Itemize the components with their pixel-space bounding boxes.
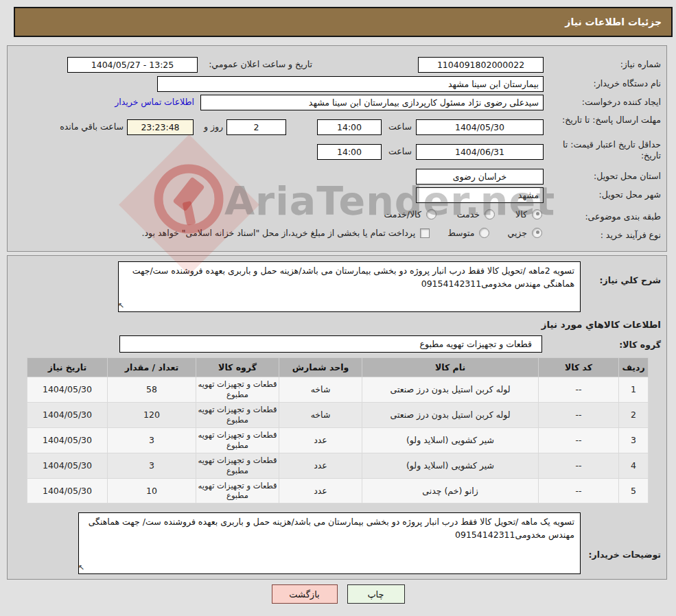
buyer-org-field[interactable] (157, 76, 544, 92)
delivery-province-label: استان محل تحویل: (594, 171, 661, 181)
cell-goods-code: -- (539, 377, 619, 403)
cell-quantity: 3 (108, 427, 196, 453)
classification-options: کالا خدمت کالا/خدمت (384, 209, 542, 220)
validity-hour-label: ساعت (388, 146, 412, 156)
back-button[interactable]: بازگشت (272, 584, 338, 604)
treasury-checkbox-icon[interactable] (420, 228, 430, 238)
cell-quantity: 3 (108, 453, 196, 478)
need-number-field[interactable] (418, 57, 544, 73)
table-row: 1 -- لوله کربن استیل بدون درز صنعتی شاخه… (27, 377, 649, 403)
cell-goods-group: قطعات و تجهیزات تهویه مطبوع (196, 427, 279, 453)
classification-option-goods-label: کالا (515, 209, 527, 220)
col-row-number: ردیف (619, 358, 649, 377)
request-creator-label: ایجاد کننده درخواست: (582, 97, 661, 107)
purchase-type-option-minor[interactable]: جزیي (507, 228, 542, 238)
cell-need-date: 1404/05/30 (27, 402, 108, 427)
buyer-org-label: نام دستگاه خریدار: (594, 78, 661, 88)
cell-goods-code: -- (539, 478, 619, 504)
col-goods-group: گروه کالا (196, 358, 279, 377)
response-deadline-date-field[interactable] (416, 119, 544, 135)
purchase-type-option-medium[interactable]: متوسط (447, 228, 489, 238)
cell-goods-group: قطعات و تجهیزات تهویه مطبوع (196, 453, 279, 478)
print-button[interactable]: چاپ (347, 584, 405, 604)
radio-service-icon[interactable] (485, 209, 495, 220)
delivery-city-label: شهر محل تحویل: (599, 189, 661, 200)
need-number-label: شماره نیاز: (620, 59, 661, 69)
radio-medium-icon[interactable] (479, 228, 489, 238)
purchase-type-option-minor-label: جزیي (507, 228, 527, 238)
cell-quantity: 58 (108, 377, 196, 403)
price-validity-time-field[interactable] (317, 144, 382, 160)
cell-unit: عدد (279, 478, 362, 504)
need-info-panel: شماره نیاز: تاریخ و ساعت اعلان عمومي: نا… (7, 45, 667, 252)
col-goods-code: کد کالا (539, 358, 619, 377)
radio-goods-service-icon[interactable] (426, 209, 436, 220)
table-row: 5 -- زانو (خم) چدنی عدد قطعات و تجهیزات … (27, 478, 649, 504)
cell-goods-group: قطعات و تجهیزات تهویه مطبوع (196, 402, 279, 427)
purchase-type-label: نوع فرآیند خرید : (601, 230, 661, 240)
announce-datetime-label: تاریخ و ساعت اعلان عمومي: (209, 59, 312, 69)
radio-goods-icon[interactable] (532, 209, 542, 220)
cell-row-number: 3 (619, 427, 649, 453)
price-validity-label: حداقل تاریخ اعتبار قیمت: تا تاریخ: (551, 139, 661, 162)
classification-option-goods-service[interactable]: کالا/خدمت (384, 209, 436, 220)
delivery-city-field[interactable] (416, 187, 544, 203)
classification-option-service-label: خدمت (457, 209, 480, 220)
delivery-province-field[interactable] (416, 169, 544, 185)
bottom-buttons: چاپ بازگشت (0, 584, 676, 604)
cell-goods-code: -- (539, 427, 619, 453)
col-need-date: تاریخ نیاز (27, 358, 108, 377)
cell-goods-code: -- (539, 402, 619, 427)
goods-group-field[interactable] (119, 335, 542, 353)
buyer-contact-link[interactable]: اطلاعات تماس خریدار (115, 97, 194, 107)
cell-unit: شاخه (279, 377, 362, 403)
cell-unit: عدد (279, 453, 362, 478)
table-row: 2 -- لوله کربن استیل بدون درز صنعتی شاخه… (27, 402, 649, 427)
cell-goods-group: قطعات و تجهیزات تهویه مطبوع (196, 478, 279, 504)
classification-option-service[interactable]: خدمت (457, 209, 495, 220)
deadline-hour-label: ساعت (388, 121, 412, 132)
price-validity-date-field[interactable] (416, 144, 544, 160)
remaining-days-suffix: روز و (204, 121, 223, 132)
col-unit: واحد شمارش (279, 358, 362, 377)
cell-need-date: 1404/05/30 (27, 377, 108, 403)
cell-goods-code: -- (539, 453, 619, 478)
purchase-type-options: جزیي متوسط پرداخت تمام یا بخشی از مبلغ خ… (142, 228, 542, 238)
remaining-days-field[interactable] (226, 119, 286, 135)
treasury-note-option[interactable]: پرداخت تمام یا بخشی از مبلغ خرید،از محل … (142, 228, 430, 238)
request-creator-field[interactable] (200, 95, 544, 110)
cell-need-date: 1404/05/30 (27, 478, 108, 504)
purchase-type-option-medium-label: متوسط (447, 228, 474, 238)
cell-unit: شاخه (279, 402, 362, 427)
need-detail-panel: شرح کلي نیاز: تسویه 2ماهه /تحویل کالا فق… (7, 255, 667, 580)
cell-goods-name: شیر کشویی (اسلاید ولو) (362, 427, 539, 453)
goods-section-header: اطلاعات کالاهاي مورد نیاز (541, 319, 661, 330)
cell-row-number: 4 (619, 453, 649, 478)
cell-goods-name: لوله کربن استیل بدون درز صنعتی (362, 402, 539, 427)
radio-minor-icon[interactable] (532, 228, 542, 238)
cell-row-number: 2 (619, 402, 649, 427)
need-description-textarea[interactable]: تسویه 2ماهه /تحویل کالا فقط درب انبار پر… (118, 261, 581, 312)
cell-goods-name: زانو (خم) چدنی (362, 478, 539, 504)
classification-option-goods[interactable]: کالا (515, 209, 542, 220)
cell-quantity: 120 (108, 402, 196, 427)
table-row: 3 -- شیر کشویی (اسلاید ولو) عدد قطعات و … (27, 427, 649, 453)
cell-unit: عدد (279, 427, 362, 453)
col-goods-name: نام کالا (362, 358, 539, 377)
remaining-time-field[interactable] (127, 119, 194, 135)
buyer-notes-textarea[interactable]: تسویه یک ماهه /تحویل کالا فقط درب انبار … (78, 512, 581, 574)
classification-label: طبقه بندی موضوعی: (585, 211, 661, 222)
treasury-note-label: پرداخت تمام یا بخشی از مبلغ خرید،از محل … (142, 228, 416, 238)
response-deadline-time-field[interactable] (317, 119, 382, 135)
cell-goods-group: قطعات و تجهیزات تهویه مطبوع (196, 377, 279, 403)
goods-table: ردیف کد کالا نام کالا واحد شمارش گروه کا… (27, 357, 649, 504)
classification-option-goods-service-label: کالا/خدمت (384, 209, 421, 220)
need-description-label: شرح کلي نیاز: (600, 275, 661, 285)
goods-group-label: گروه کالا: (619, 340, 661, 350)
cell-goods-name: لوله کربن استیل بدون درز صنعتی (362, 377, 539, 403)
col-quantity: تعداد / مقدار (108, 358, 196, 377)
goods-table-header: ردیف کد کالا نام کالا واحد شمارش گروه کا… (27, 358, 649, 377)
remaining-suffix-label: ساعت باقي مانده (60, 121, 124, 132)
cell-quantity: 10 (108, 478, 196, 504)
announce-datetime-field[interactable] (67, 57, 198, 73)
